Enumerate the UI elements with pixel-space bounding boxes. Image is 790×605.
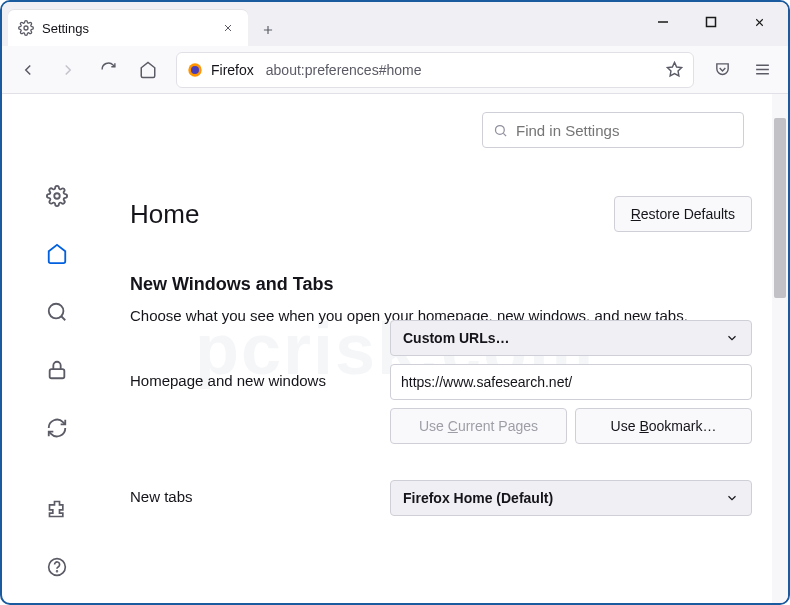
scrollbar-thumb[interactable] — [774, 118, 786, 298]
svg-marker-11 — [667, 62, 681, 75]
scrollbar[interactable] — [772, 94, 788, 603]
forward-button[interactable] — [50, 52, 86, 88]
section-title: New Windows and Tabs — [130, 274, 752, 295]
homepage-mode-select[interactable]: Custom URLs… — [390, 320, 752, 356]
content-area: pcrisk.com Home Restore Defaults New Win… — [2, 94, 788, 603]
settings-main: Home Restore Defaults New Windows and Ta… — [112, 94, 788, 603]
maximize-button[interactable] — [688, 6, 734, 38]
newtabs-label: New tabs — [130, 480, 370, 505]
svg-line-22 — [503, 133, 506, 136]
svg-point-16 — [49, 304, 64, 319]
sidebar-item-general[interactable] — [39, 178, 75, 214]
select-value: Custom URLs… — [403, 330, 510, 346]
homepage-label: Homepage and new windows — [130, 364, 370, 389]
browser-tab[interactable]: Settings — [8, 10, 248, 46]
tab-label: Settings — [42, 21, 210, 36]
new-tab-button[interactable] — [252, 14, 284, 46]
home-button[interactable] — [130, 52, 166, 88]
gear-icon — [18, 20, 34, 36]
svg-point-20 — [57, 571, 58, 572]
newtabs-select[interactable]: Firefox Home (Default) — [390, 480, 752, 516]
search-icon — [493, 123, 508, 138]
svg-point-15 — [54, 193, 60, 199]
firefox-icon — [187, 62, 203, 78]
svg-point-0 — [24, 26, 28, 30]
reload-button[interactable] — [90, 52, 126, 88]
chevron-down-icon — [725, 491, 739, 505]
url-brand: Firefox — [211, 62, 254, 78]
window-controls — [640, 2, 782, 38]
svg-line-17 — [61, 316, 65, 320]
settings-sidebar — [2, 94, 112, 603]
back-button[interactable] — [10, 52, 46, 88]
url-bar[interactable]: Firefox about:preferences#home — [176, 52, 694, 88]
url-address: about:preferences#home — [266, 62, 422, 78]
sidebar-item-extensions[interactable] — [39, 491, 75, 527]
menu-icon[interactable] — [744, 52, 780, 88]
svg-point-21 — [496, 125, 505, 134]
select-value: Firefox Home (Default) — [403, 490, 553, 506]
sidebar-item-privacy[interactable] — [39, 352, 75, 388]
sidebar-item-home[interactable] — [39, 236, 75, 272]
use-current-pages-button[interactable]: Use Current Pages — [390, 408, 567, 444]
use-bookmark-button[interactable]: Use Bookmark… — [575, 408, 752, 444]
close-tab-icon[interactable] — [218, 18, 238, 38]
settings-search-input[interactable] — [516, 122, 733, 139]
sidebar-item-help[interactable] — [39, 549, 75, 585]
pocket-icon[interactable] — [704, 52, 740, 88]
chevron-down-icon — [725, 331, 739, 345]
homepage-url-input[interactable] — [390, 364, 752, 400]
sidebar-item-sync[interactable] — [39, 410, 75, 446]
minimize-button[interactable] — [640, 6, 686, 38]
settings-search[interactable] — [482, 112, 744, 148]
restore-defaults-button[interactable]: Restore Defaults — [614, 196, 752, 232]
toolbar: Firefox about:preferences#home — [2, 46, 788, 94]
page-title: Home — [130, 199, 614, 230]
svg-point-10 — [191, 66, 199, 74]
close-window-button[interactable] — [736, 6, 782, 38]
svg-rect-6 — [707, 18, 716, 27]
sidebar-item-search[interactable] — [39, 294, 75, 330]
svg-rect-18 — [50, 369, 65, 378]
bookmark-star-icon[interactable] — [666, 61, 683, 78]
titlebar: Settings — [2, 2, 788, 46]
